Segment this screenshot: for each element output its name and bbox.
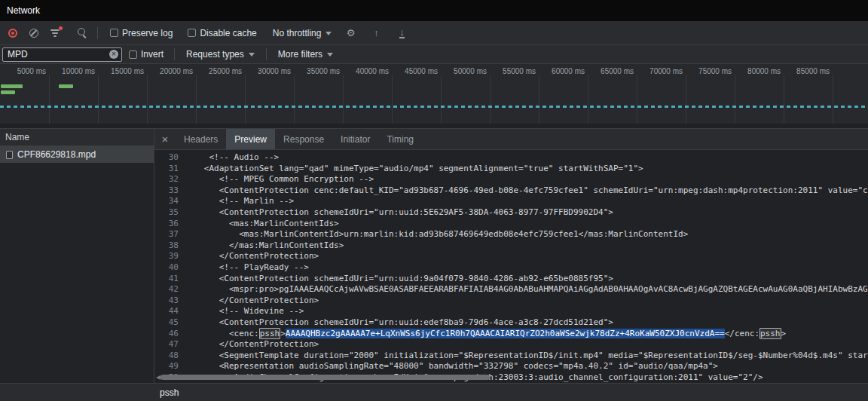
line-number: 44 (154, 306, 179, 317)
filter-input[interactable] (8, 49, 109, 60)
overview-gridline (637, 75, 637, 124)
code-line: 31 <AdaptationSet lang="qad" mimeType="a… (154, 164, 868, 175)
line-text: </mas:MarlinContentIds> (189, 240, 344, 252)
line-number: 48 (154, 350, 179, 362)
panel-title-bar: Network (0, 0, 868, 21)
search-icon (78, 28, 87, 38)
line-text: </ContentProtection> (189, 339, 319, 350)
overview-tick-label: 45000 ms (405, 67, 438, 75)
overview-gridline (294, 75, 295, 124)
overview-tick-label: 65000 ms (601, 67, 634, 75)
line-number: 32 (154, 174, 179, 185)
chevron-down-icon (249, 53, 255, 57)
import-har-button[interactable]: ↑ (366, 23, 386, 43)
overview-pending-request-bar (0, 106, 868, 108)
filter-bar-separator (174, 48, 175, 60)
toolbar-separator (97, 27, 98, 39)
overview-gridline (343, 75, 344, 124)
export-arrow-icon: ↓ (399, 27, 405, 38)
record-icon (8, 29, 17, 38)
line-text: <ContentProtection cenc:default_KID="ad9… (189, 185, 868, 197)
disable-cache-checkbox[interactable]: Disable cache (188, 28, 256, 38)
find-bar[interactable]: pssh (0, 383, 868, 401)
overview-tick-label: 10000 ms (62, 67, 95, 75)
overview-tick-label: 35000 ms (307, 67, 340, 75)
code-line: 41 <ContentProtection schemeIdUri="urn:u… (154, 274, 868, 285)
search-button[interactable] (72, 23, 92, 43)
overview-request-bar (1, 90, 15, 94)
filter-toggle-button[interactable] (45, 23, 65, 43)
code-line: 35 <ContentProtection schemeIdUri="urn:u… (154, 207, 868, 219)
code-line: 38 </mas:MarlinContentIds> (154, 240, 868, 252)
request-row[interactable]: CPF86629818.mpd (0, 146, 154, 163)
horizontal-scrollbar[interactable]: ◀ (154, 374, 868, 381)
preview-tab-bar: × HeadersPreviewResponseInitiatorTiming (154, 129, 868, 150)
network-toolbar: Preserve log Disable cache No throttling… (0, 21, 868, 45)
overview-gridline (441, 75, 442, 124)
line-number: 38 (154, 240, 179, 252)
clear-filter-icon[interactable]: × (109, 50, 118, 59)
filter-icon (50, 29, 60, 37)
line-text: <AdaptationSet lang="qad" mimeType="audi… (189, 164, 643, 175)
preserve-log-checkbox[interactable]: Preserve log (110, 28, 173, 38)
overview-gridline (686, 75, 686, 124)
tab-response[interactable]: Response (275, 129, 332, 149)
panel-splitter[interactable] (0, 124, 868, 129)
code-line: 34 <!-- Marlin --> (154, 196, 868, 207)
request-list: CPF86629818.mpd (0, 146, 154, 163)
code-lines: 30 <!-- Audio -->31 <AdaptationSet lang=… (154, 152, 868, 383)
disable-cache-label: Disable cache (200, 28, 256, 38)
overview-gridline (392, 75, 393, 124)
code-line: 30 <!-- Audio --> (154, 152, 868, 164)
record-button[interactable] (3, 23, 23, 43)
checkbox-unchecked-icon (110, 29, 118, 37)
overview-tick-label: 40000 ms (356, 67, 389, 75)
overview-graph[interactable]: 5000 ms10000 ms15000 ms20000 ms25000 ms3… (0, 64, 868, 124)
checkbox-unchecked-icon (188, 29, 196, 37)
chevron-down-icon (327, 53, 333, 57)
line-number: 33 (154, 185, 179, 197)
invert-checkbox[interactable]: Invert (129, 49, 164, 60)
tab-timing[interactable]: Timing (378, 129, 422, 149)
overview-gridline (784, 75, 784, 124)
tab-preview[interactable]: Preview (226, 129, 275, 149)
overview-gridline (490, 75, 491, 124)
name-column-label: Name (5, 132, 29, 142)
network-conditions-button[interactable]: ⚙ (341, 23, 360, 43)
overview-tick-label: 80000 ms (747, 67, 781, 75)
code-line: 42 <mspr:pro>pgIAAAEAAQCcAjwAVwBSAE0ASAB… (154, 284, 868, 295)
more-filters-dropdown[interactable]: More filters (278, 49, 333, 60)
request-table: Name CPF86629818.mpd (0, 129, 154, 383)
tab-headers[interactable]: Headers (176, 129, 226, 149)
request-types-dropdown[interactable]: Request types (186, 49, 255, 60)
line-text: </ContentProtection> (189, 295, 319, 307)
code-line: 47 </ContentProtection> (154, 339, 868, 350)
line-number: 30 (154, 152, 179, 164)
tab-initiator[interactable]: Initiator (332, 129, 378, 149)
overview-tick-label: 55000 ms (503, 67, 536, 75)
line-number: 43 (154, 295, 179, 307)
find-query-text: pssh (160, 387, 179, 398)
document-icon (6, 151, 13, 159)
scrollbar-thumb[interactable] (160, 375, 490, 380)
request-file-name: CPF86629818.mpd (17, 149, 96, 160)
line-text: <mas:MarlinContentIds> (189, 219, 339, 230)
export-har-button[interactable]: ↓ (392, 23, 411, 43)
line-text: <cenc:pssh>AAAAQHBzc2gAAAAA7e+LqXnWSs6jy… (189, 329, 786, 340)
overview-tick-label: 5000 ms (17, 67, 46, 75)
throttling-select[interactable]: No throttling (273, 28, 332, 38)
overview-tick-label: 25000 ms (209, 67, 242, 75)
code-line: 44 <!-- Widevine --> (154, 306, 868, 317)
request-detail-panel: × HeadersPreviewResponseInitiatorTiming … (154, 129, 868, 383)
line-number: 42 (154, 284, 179, 295)
code-line: 39 </ContentProtection> (154, 251, 868, 262)
close-detail-panel-button[interactable]: × (154, 129, 176, 149)
clear-button[interactable] (24, 23, 44, 43)
preview-code-area[interactable]: 30 <!-- Audio -->31 <AdaptationSet lang=… (154, 150, 868, 383)
line-text: <mas:MarlinContentId>urn:marlin:kid:ad93… (189, 229, 688, 240)
throttling-value: No throttling (273, 28, 322, 38)
overview-gridline (539, 75, 539, 124)
code-line: 46 <cenc:pssh>AAAAQHBzc2gAAAAA7e+LqXnWSs… (154, 329, 868, 340)
line-text: <!-- Widevine --> (189, 306, 304, 317)
name-column-header[interactable]: Name (0, 129, 154, 146)
